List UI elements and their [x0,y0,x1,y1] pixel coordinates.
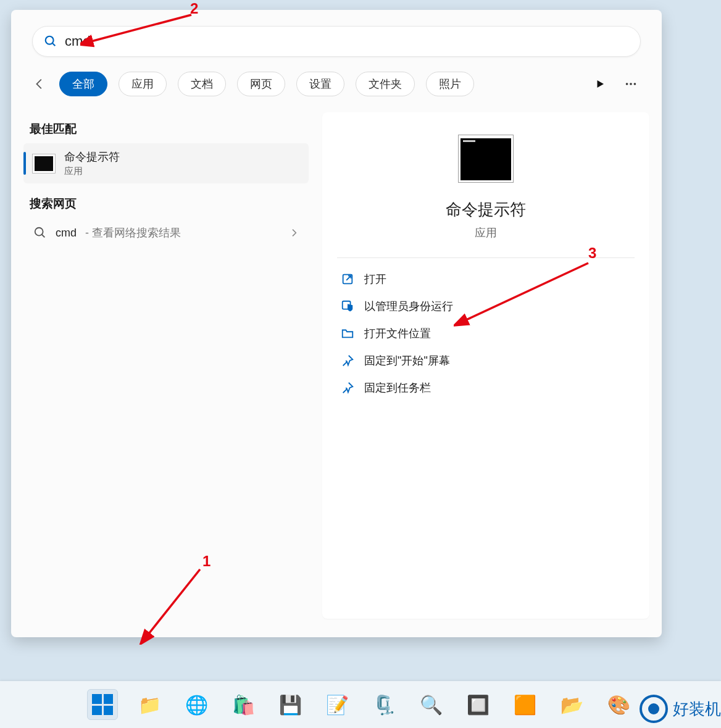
preview-subtitle: 应用 [333,225,638,240]
annotation-number-2: 2 [190,0,198,17]
taskbar-edge-icon[interactable]: 🌐 [181,689,212,720]
svg-point-3 [630,83,632,85]
taskbar-start-button[interactable] [87,689,118,720]
cmd-icon [32,154,56,174]
preview-title: 命令提示符 [333,199,638,220]
search-window: 全部 应用 文档 网页 设置 文件夹 照片 最佳匹配 命令提示符 应用 搜索网页 [11,10,662,637]
watermark-logo-icon [640,695,668,723]
result-subtitle: 应用 [64,165,120,177]
taskbar: 📁 🌐 🛍️ 💾 📝 🗜️ 🔍 🔲 🟧 📂 🎨 [0,681,721,728]
taskbar-paint-icon[interactable]: 🎨 [603,689,634,720]
svg-line-1 [52,43,56,46]
action-label: 打开文件位置 [364,326,431,341]
filter-all[interactable]: 全部 [59,72,107,96]
pin-icon [341,381,354,395]
web-result-term: cmd [56,227,77,240]
search-input[interactable] [65,33,629,49]
filter-web[interactable]: 网页 [237,72,285,96]
svg-point-0 [46,36,54,44]
svg-point-2 [626,83,628,85]
result-title: 命令提示符 [64,149,120,164]
preview-app-icon [458,135,514,183]
search-icon [44,35,57,48]
annotation-number-3: 3 [588,245,596,262]
filter-apps[interactable]: 应用 [119,72,167,96]
open-icon [341,272,354,286]
web-result[interactable]: cmd - 查看网络搜索结果 [23,218,309,248]
more-icon[interactable] [621,74,641,94]
taskbar-store-icon[interactable]: 🛍️ [228,689,259,720]
taskbar-search-icon[interactable]: 🔍 [415,689,446,720]
preview-pane: 命令提示符 应用 打开 以管理员身份运行 打开文件位置 固定到"开始"屏幕 [322,112,649,619]
filter-row: 全部 应用 文档 网页 设置 文件夹 照片 [32,72,641,96]
filter-settings[interactable]: 设置 [296,72,344,96]
pin-icon [341,354,354,367]
svg-point-5 [35,228,43,236]
svg-point-4 [634,83,636,85]
action-label: 固定到任务栏 [364,380,431,395]
search-web-heading: 搜索网页 [30,196,309,212]
action-label: 打开 [364,272,386,287]
admin-shield-icon [341,299,354,313]
taskbar-notepad-icon[interactable]: 📝 [322,689,352,720]
action-label: 以管理员身份运行 [364,299,453,314]
folder-icon [341,327,354,340]
taskbar-archive-icon[interactable]: 🗜️ [369,689,399,720]
taskbar-grid-icon[interactable]: 🔲 [462,689,493,720]
filter-folders[interactable]: 文件夹 [356,72,415,96]
chevron-right-icon [289,228,299,238]
web-result-suffix: - 查看网络搜索结果 [85,225,181,240]
taskbar-file-explorer-icon[interactable]: 📁 [134,689,165,720]
back-arrow-icon[interactable] [32,76,48,92]
action-run-as-admin[interactable]: 以管理员身份运行 [333,293,638,320]
watermark: 好装机 [640,695,721,723]
action-pin-to-taskbar[interactable]: 固定到任务栏 [333,374,638,401]
svg-line-6 [42,235,45,238]
filter-documents[interactable]: 文档 [178,72,226,96]
watermark-text: 好装机 [673,698,721,720]
search-bar[interactable] [32,26,641,57]
taskbar-save-icon[interactable]: 💾 [275,689,306,720]
action-open-file-location[interactable]: 打开文件位置 [333,320,638,347]
play-icon[interactable] [590,74,610,94]
best-match-heading: 最佳匹配 [30,121,309,137]
taskbar-app-icon[interactable]: 🟧 [509,689,540,720]
action-open[interactable]: 打开 [333,266,638,293]
action-label: 固定到"开始"屏幕 [364,353,450,368]
filter-photos[interactable]: 照片 [426,72,474,96]
annotation-number-1: 1 [202,553,210,570]
taskbar-folder-icon[interactable]: 📂 [556,689,587,720]
search-icon [33,226,47,240]
action-pin-to-start[interactable]: 固定到"开始"屏幕 [333,347,638,374]
results-column: 最佳匹配 命令提示符 应用 搜索网页 cmd - 查看网络搜索结果 [23,112,309,619]
best-match-result[interactable]: 命令提示符 应用 [23,143,309,183]
